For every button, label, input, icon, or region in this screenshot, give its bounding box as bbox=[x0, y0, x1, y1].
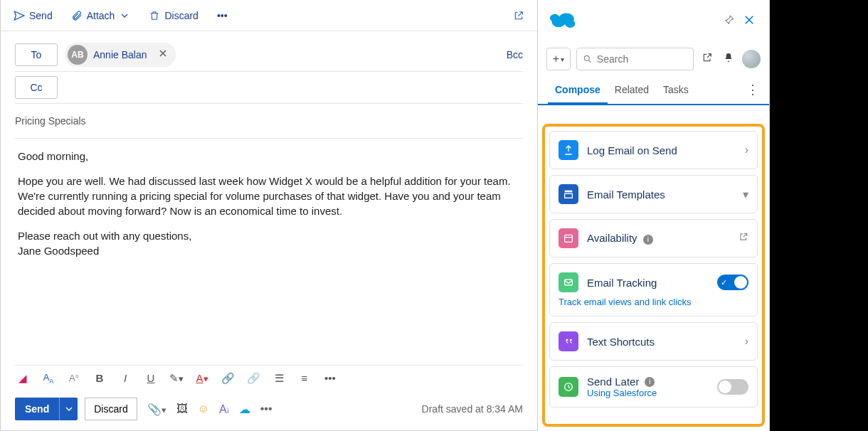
tab-related[interactable]: Related bbox=[608, 75, 656, 104]
chevron-down-icon bbox=[63, 403, 75, 415]
insert-icons: 📎▾ 🖼 ☺ Aᵢ ☁ ••• bbox=[147, 403, 272, 416]
salesforce-addin-icon[interactable]: ☁ bbox=[239, 403, 250, 416]
to-button[interactable]: To bbox=[15, 43, 58, 66]
search-icon bbox=[583, 53, 593, 65]
popout-icon bbox=[513, 10, 524, 21]
more-actions-button[interactable]: ••• bbox=[260, 403, 272, 415]
panel-tabs: Compose Related Tasks ⋮ bbox=[538, 75, 769, 105]
more-top-button[interactable]: ••• bbox=[211, 7, 233, 24]
new-record-button[interactable]: +▾ bbox=[546, 48, 571, 70]
send-options-button[interactable] bbox=[59, 398, 78, 420]
tracking-label: Email Tracking bbox=[587, 277, 709, 289]
close-panel-button[interactable] bbox=[739, 14, 759, 30]
upload-icon bbox=[559, 140, 578, 160]
info-icon: i bbox=[645, 377, 655, 387]
info-icon: i bbox=[643, 235, 653, 245]
underline-button[interactable]: U bbox=[143, 372, 159, 384]
close-icon bbox=[743, 14, 756, 26]
tab-compose[interactable]: Compose bbox=[548, 76, 608, 105]
to-row: To AB Annie Balan Bcc bbox=[15, 38, 523, 72]
unlink-button[interactable]: 🔗 bbox=[245, 372, 261, 385]
subject-row bbox=[15, 104, 523, 139]
email-body[interactable]: Good morning, Hope you are well. We had … bbox=[15, 139, 523, 352]
email-templates-card[interactable]: Email Templates ▾ bbox=[549, 175, 758, 213]
svg-point-2 bbox=[550, 14, 560, 22]
salesforce-logo-icon bbox=[548, 9, 579, 33]
italic-button[interactable]: I bbox=[117, 372, 133, 384]
subject-input[interactable] bbox=[15, 108, 523, 134]
more-format-button[interactable]: ••• bbox=[322, 372, 338, 384]
highlight-icon[interactable]: ◢ bbox=[15, 372, 31, 385]
chevron-down-icon bbox=[119, 10, 130, 21]
popout-button[interactable] bbox=[507, 7, 530, 24]
compose-window: Send Attach Discard ••• To AB Annie Bala… bbox=[0, 0, 538, 431]
compose-toolbar: Send Attach Discard ••• bbox=[1, 0, 537, 31]
astro-avatar[interactable] bbox=[742, 50, 761, 68]
external-link-icon bbox=[702, 52, 713, 63]
attach-label: Attach bbox=[87, 10, 115, 21]
cc-row: Cc bbox=[15, 72, 523, 104]
open-external-button[interactable] bbox=[699, 52, 715, 67]
attach-file-icon[interactable]: 📎▾ bbox=[147, 403, 166, 416]
bell-icon bbox=[723, 52, 734, 63]
email-tracking-card: Email Tracking ✓ Track email views and l… bbox=[549, 263, 758, 316]
kebab-icon: ⋮ bbox=[746, 83, 759, 97]
availability-card[interactable]: Availability i bbox=[549, 219, 758, 257]
send-button[interactable]: Send bbox=[15, 398, 59, 420]
body-signature: Jane Goodspeed bbox=[18, 243, 520, 258]
panel-header bbox=[538, 0, 769, 43]
send-later-card: Send Later i Using Salesforce bbox=[549, 366, 758, 408]
tabs-overflow-button[interactable]: ⋮ bbox=[746, 82, 759, 97]
body-greeting: Good morning, bbox=[18, 149, 520, 164]
font-color-button[interactable]: A▾ bbox=[194, 372, 210, 384]
caret-down-icon: ▾ bbox=[561, 55, 564, 63]
number-list-button[interactable]: ≡ bbox=[297, 372, 312, 384]
close-icon bbox=[157, 48, 169, 59]
svg-rect-7 bbox=[565, 235, 573, 242]
discard-top-button[interactable]: Discard bbox=[143, 7, 203, 24]
pin-button[interactable] bbox=[719, 14, 739, 28]
send-later-toggle[interactable] bbox=[717, 379, 748, 395]
tracking-toggle[interactable]: ✓ bbox=[717, 275, 748, 290]
open-external-icon[interactable] bbox=[739, 232, 748, 245]
font-size-button[interactable]: A° bbox=[66, 373, 82, 383]
cc-button[interactable]: Cc bbox=[15, 76, 58, 99]
search-input[interactable] bbox=[597, 53, 687, 65]
search-box[interactable] bbox=[576, 48, 694, 70]
availability-label: Availability i bbox=[587, 232, 730, 245]
recipient-chip[interactable]: AB Annie Balan bbox=[65, 43, 176, 67]
quote-icon bbox=[559, 331, 578, 351]
text-shortcuts-card[interactable]: Text Shortcuts › bbox=[549, 322, 758, 361]
attach-button[interactable]: Attach bbox=[65, 7, 137, 24]
ellipsis-icon: ••• bbox=[217, 10, 228, 21]
bold-button[interactable]: B bbox=[92, 372, 107, 384]
send-split-button: Send bbox=[15, 398, 78, 420]
send-top-button[interactable]: Send bbox=[8, 7, 58, 24]
tracking-hint: Track email views and link clicks bbox=[559, 297, 748, 307]
bcc-button[interactable]: Bcc bbox=[507, 49, 523, 60]
plus-icon: + bbox=[553, 53, 559, 65]
font-family-button[interactable]: AA bbox=[41, 372, 56, 385]
text-highlight-button[interactable]: ✎▾ bbox=[169, 372, 184, 385]
tab-tasks[interactable]: Tasks bbox=[656, 75, 696, 104]
bullet-list-button[interactable]: ☰ bbox=[271, 372, 287, 385]
link-button[interactable]: 🔗 bbox=[220, 372, 235, 385]
insert-image-icon[interactable]: 🖼 bbox=[176, 403, 188, 415]
chevron-right-icon: › bbox=[745, 335, 748, 348]
remove-recipient-button[interactable] bbox=[157, 48, 169, 62]
calendar-icon bbox=[559, 228, 578, 248]
accessibility-icon[interactable]: Aᵢ bbox=[219, 403, 229, 416]
notifications-button[interactable] bbox=[721, 52, 736, 67]
salesforce-panel: +▾ Compose Related Tasks ⋮ Log Email on … bbox=[538, 0, 770, 431]
discard-button[interactable]: Discard bbox=[85, 398, 137, 420]
clock-icon bbox=[559, 377, 578, 397]
log-email-card[interactable]: Log Email on Send › bbox=[549, 131, 758, 169]
action-bar: Send Discard 📎▾ 🖼 ☺ Aᵢ ☁ ••• Draft saved… bbox=[15, 395, 523, 423]
svg-point-4 bbox=[584, 55, 589, 60]
body-paragraph: Hope you are well. We had discussed last… bbox=[18, 174, 520, 218]
svg-rect-5 bbox=[565, 191, 573, 193]
tracking-icon bbox=[559, 272, 578, 292]
draft-status: Draft saved at 8:34 AM bbox=[422, 403, 523, 415]
caret-down-icon: ▾ bbox=[743, 188, 748, 201]
insert-emoji-icon[interactable]: ☺ bbox=[198, 403, 209, 415]
